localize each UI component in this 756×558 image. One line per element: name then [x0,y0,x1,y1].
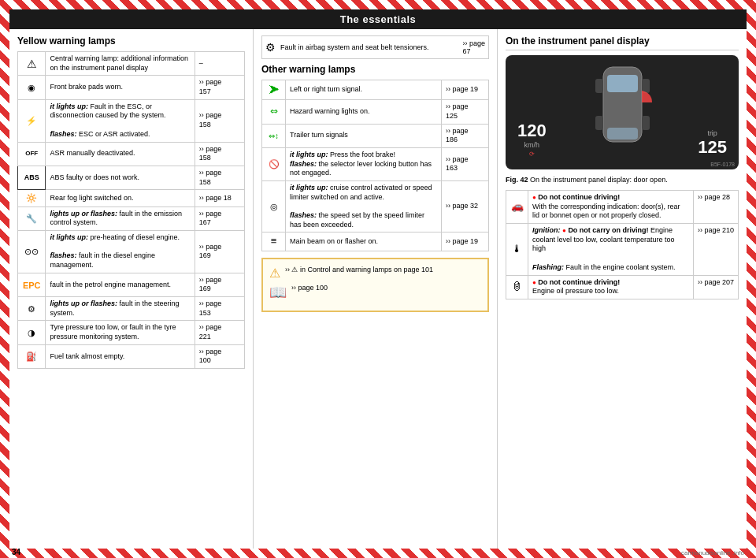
steering-icon: ⚙ [18,297,46,321]
warning-text: lights up or flashes: fault in the emiss… [46,206,195,230]
header-title: The essentials [340,13,417,25]
tyre-icon: ◑ [18,321,46,344]
page-ref: ›› page 207 [693,275,738,299]
table-row: ◎ it lights up: cruise control activated… [262,181,489,232]
warning-text: ABS faulty or does not work. [46,166,195,189]
hazard-icon: ⇔ [262,100,286,124]
fig-number: Fig. 42 [506,176,528,184]
table-row: OFF ASR manually deactivated. ›› page158 [18,142,245,166]
table-row: ⚡ it lights up: Fault in the ESC, or dis… [18,99,245,142]
notice-row-2: 📖 ›› page 100 [269,284,481,301]
warning-text: ● Do not continue driving! With the corr… [528,191,694,224]
trip-gauge: trip 125 [698,129,727,158]
table-row: ◑ Tyre pressure too low, or fault in the… [18,321,245,344]
table-row: ◉ Front brake pads worn. page157 [18,76,245,99]
middle-column: ⚙ Fault in airbag system and seat belt t… [254,29,498,549]
epc-icon: EPC [18,273,46,296]
speed-value: 120 [517,121,547,141]
warning-text: it lights up: cruise control activated o… [286,181,442,232]
svg-rect-5 [595,116,603,130]
trip-value: 125 [698,137,727,158]
instrument-warnings-table: 🚗 ● Do not continue driving! With the co… [506,190,739,299]
instrument-panel-title: On the instrument panel display [506,35,739,50]
table-row: ⇔ Hazard warning lights on. ›› page125 [262,100,489,124]
other-lamps-title: Other warning lamps [261,64,489,75]
table-row: ABS ABS faulty or does not work. ›› page… [18,166,245,189]
svg-rect-2 [607,128,638,140]
warning-text: it lights up: Fault in the ESC, or disco… [46,99,195,142]
warning-text: ASR manually deactivated. [46,142,195,166]
warning-text: Hazard warning lights on. [286,100,442,124]
page-ref: ›› page153 [195,297,244,321]
trip-label: trip [698,129,727,137]
page-ref: ›› page125 [442,100,489,124]
turn-signal-icon: ⮞ [262,80,286,100]
watermark: carmanualsonline .info [681,549,744,556]
cruise-icon: ◎ [262,181,286,232]
table-row: EPC fault in the petrol engine managemen… [18,273,245,296]
svg-rect-3 [595,79,603,93]
page-ref: ›› page221 [195,321,244,344]
page-ref: ›› page 18 [195,190,244,206]
table-row: 🔆 Rear fog light switched on. ›› page 18 [18,190,245,206]
table-row: ⚠ Central warning lamp: additional infor… [18,52,245,76]
table-row: ⇔↕ Trailer turn signals ›› page186 [262,124,489,147]
page-ref: ›› page158 [195,142,244,166]
table-row: 🔧 lights up or flashes: fault in the emi… [18,206,245,230]
warning-text: it lights up: Press the foot brake!flash… [286,147,442,180]
warning-text: Rear fog light switched on. [46,190,195,206]
warning-text: Ignition: ● Do not carry on driving! Eng… [528,224,694,275]
warning-icon: ⚠ [18,52,46,76]
trailer-turn-text: Trailer turn signals [286,124,442,147]
page-ref: ›› page 210 [693,224,738,275]
page-ref: ›› page167 [195,206,244,230]
fog-icon: 🔆 [18,190,46,206]
svg-rect-1 [607,75,638,92]
page-ref: ›› page 19 [442,232,489,251]
header-bar: The essentials [9,9,747,29]
yellow-lamps-table: ⚠ Central warning lamp: additional infor… [17,51,245,369]
fig-caption-desc: On the instrument panel display: door op… [530,176,668,184]
abs-icon: ABS [18,166,46,189]
coolant-icon: 🌡 [506,224,528,275]
content-area: Yellow warning lamps ⚠ Central warning l… [9,29,747,549]
warning-text: it lights up: pre-heating of diesel engi… [46,230,195,273]
notice-text-2: ›› page 100 [291,284,328,292]
page-ref: ›› page158 [195,99,244,142]
table-row: 🌡 Ignition: ● Do not carry on driving! E… [506,224,739,275]
page-ref: ›› page186 [442,124,489,147]
book-icon: 📖 [269,284,287,301]
svg-rect-6 [642,116,650,130]
oil-icon: 🛢 [506,275,528,299]
fuel-icon: ⛽ [18,344,46,368]
warning-text: ● Do not continue driving! Engine oil pr… [528,275,694,299]
warning-text: fault in the petrol engine management. [46,273,195,296]
warning-text: Tyre pressure too low, or fault in the t… [46,321,195,344]
main-container: The essentials Yellow warning lamps ⚠ Ce… [9,9,747,549]
warning-text: lights up or flashes: fault in the steer… [46,297,195,321]
asr-off-icon: OFF [18,142,46,166]
page-ref: ›› page100 [195,344,244,368]
page-ref: page157 [195,76,244,99]
speed-unit: km/h [517,141,547,149]
car-top-view-svg [589,63,656,162]
warning-text: Central warning lamp: additional informa… [46,52,195,76]
notice-box: ⚠ ›› ⚠ in Control and warning lamps on p… [261,258,489,312]
page-ref: ›› page 19 [442,80,489,100]
table-row: ⛽ Fuel tank almost empty. ›› page100 [18,344,245,368]
fig-caption: Fig. 42 On the instrument panel display:… [506,176,739,184]
notice-text-1: ›› ⚠ in Control and warning lamps on pag… [285,266,433,273]
warning-text: Main beam on or flasher on. [286,232,442,251]
page-number: 34 [12,548,20,556]
left-column: Yellow warning lamps ⚠ Central warning l… [9,29,254,549]
diesel-icon: ⊙⊙ [18,230,46,273]
instrument-display: 120 km/h ⟳ trip 125 B5F-0178 [506,55,739,169]
airbag-text: Fault in airbag system and seat belt ten… [280,43,462,51]
table-row: 🛢 ● Do not continue driving! Engine oil … [506,275,739,299]
table-row: 🚗 ● Do not continue driving! With the co… [506,191,739,224]
main-beam-icon: ≡ [262,232,286,251]
page-ref: ›› page169 [195,273,244,296]
brake-icon: ◉ [18,76,46,99]
selector-icon: 🚫 [262,147,286,180]
warning-text: Front brake pads worn. [46,76,195,99]
